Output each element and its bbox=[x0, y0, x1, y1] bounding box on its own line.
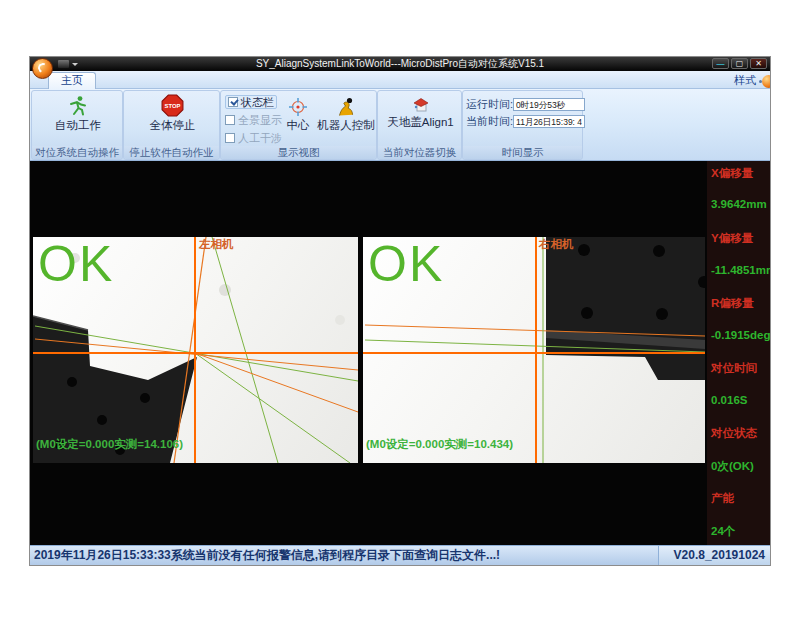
app-orb-button[interactable] bbox=[32, 58, 53, 79]
align-state-label: 对位状态 bbox=[711, 426, 757, 441]
group-label-view: 显示视图 bbox=[221, 146, 376, 159]
title-bar: SY_AliagnSystemLinkToWorld---MicroDistPr… bbox=[30, 57, 770, 71]
robot-control-button[interactable]: 机器人控制 bbox=[315, 97, 377, 133]
robot-icon bbox=[336, 97, 356, 117]
group-time-display: 运行时间: 0时19分53秒 当前时间: 11月26日15:39: 4 时间显示 bbox=[462, 90, 583, 160]
checkbox-panorama[interactable]: 全景显示 bbox=[225, 113, 282, 127]
yield-label: 产能 bbox=[711, 491, 734, 506]
group-label-aligner: 当前对位器切换 bbox=[378, 146, 461, 159]
runner-icon bbox=[67, 95, 89, 117]
corner-orb-icon bbox=[762, 75, 770, 88]
group-stop: STOP 全体停止 停止软件自动作业 bbox=[123, 90, 220, 160]
ribbon-tab-row: 主页 样式 bbox=[30, 71, 770, 89]
stop-all-button[interactable]: STOP 全体停止 bbox=[136, 94, 209, 133]
readout-line: (M0设定=0.000实测=14.106) bbox=[36, 438, 223, 451]
app-window: SY_AliagnSystemLinkToWorld---MicroDistPr… bbox=[30, 57, 770, 565]
r-offset-label: R偏移量 bbox=[711, 296, 754, 311]
offset-sidebar: X偏移量 3.9642mm Y偏移量 -11.4851mm R偏移量 -0.19… bbox=[707, 161, 770, 545]
x-offset-label: X偏移量 bbox=[711, 166, 753, 181]
left-camera-readout: (M0设定=0.000实测=14.106) (AbsPos X=0.000 Y=… bbox=[36, 413, 223, 463]
group-display-view: 状态栏 全景显示 人工干涉 bbox=[220, 90, 377, 160]
version-label: V20.8_20191024 bbox=[658, 546, 770, 565]
group-auto-operation: 自动工作 对位系统自动操作 bbox=[31, 90, 123, 160]
right-ok-status: OK bbox=[368, 237, 444, 293]
right-camera-view: OK 右相机 (M0设定=0.000实测=10.434) (O X=1289.2… bbox=[363, 237, 705, 463]
checkbox-unchecked-icon[interactable] bbox=[225, 133, 235, 143]
yield-value: 24个 bbox=[711, 524, 735, 539]
align-time-label: 对位时间 bbox=[711, 361, 757, 376]
ribbon: 自动工作 对位系统自动操作 STOP 全体停止 停止软件自动作业 bbox=[30, 89, 770, 161]
readout-line: (M0设定=0.000实测=10.434) bbox=[366, 438, 516, 451]
checkbox-unchecked-icon[interactable] bbox=[225, 115, 235, 125]
svg-text:STOP: STOP bbox=[165, 103, 181, 109]
r-offset-value: -0.1915deg bbox=[711, 329, 770, 341]
auto-work-button[interactable]: 自动工作 bbox=[41, 95, 115, 133]
align-state-value: 0次(OK) bbox=[711, 459, 754, 474]
stop-all-label: 全体停止 bbox=[150, 118, 196, 133]
current-time-field[interactable]: 11月26日15:39: 4 bbox=[513, 115, 585, 128]
maximize-button[interactable]: ▢ bbox=[731, 58, 748, 69]
status-message: 2019年11月26日15:33:33系统当前没有任何报警信息,请到程序目录下面… bbox=[34, 546, 500, 565]
group-label-stop: 停止软件自动作业 bbox=[124, 146, 219, 159]
minimize-button[interactable]: — bbox=[712, 58, 729, 69]
run-time-field[interactable]: 0时19分53秒 bbox=[513, 98, 585, 111]
aligner-label: 天地盖Align1 bbox=[387, 115, 453, 130]
checkbox-checked-icon[interactable] bbox=[228, 97, 238, 107]
window-title: SY_AliagnSystemLinkToWorld---MicroDistPr… bbox=[30, 57, 770, 71]
status-bar: 2019年11月26日15:33:33系统当前没有任何报警信息,请到程序目录下面… bbox=[30, 545, 770, 565]
left-camera-view: OK 左相机 (M0设定=0.000实测=14.106) (AbsPos X=0… bbox=[33, 237, 358, 463]
aligner-box-icon bbox=[412, 96, 430, 114]
robot-control-label: 机器人控制 bbox=[317, 118, 375, 133]
right-camera-label: 右相机 bbox=[539, 237, 574, 252]
center-label: 中心 bbox=[287, 118, 310, 133]
checkbox-manual-intervene[interactable]: 人工干涉 bbox=[225, 131, 282, 145]
current-time-label: 当前时间: bbox=[466, 114, 513, 129]
desktop: SY_AliagnSystemLinkToWorld---MicroDistPr… bbox=[0, 0, 800, 625]
stop-icon: STOP bbox=[161, 94, 184, 117]
style-menu[interactable]: 样式 bbox=[734, 73, 756, 88]
orb-swirl-icon bbox=[37, 62, 50, 75]
auto-work-label: 自动工作 bbox=[55, 118, 101, 133]
group-aligner-switch: 天地盖Align1 当前对位器切换 bbox=[377, 90, 462, 160]
tab-home[interactable]: 主页 bbox=[48, 72, 96, 89]
group-label-auto: 对位系统自动操作 bbox=[32, 146, 122, 159]
run-time-label: 运行时间: bbox=[466, 97, 513, 112]
right-camera-readout: (M0设定=0.000实测=10.434) (O X=1289.2 Y=765.… bbox=[366, 413, 516, 463]
crosshair-icon bbox=[288, 97, 308, 117]
checkbox-status-bar[interactable]: 状态栏 bbox=[225, 95, 277, 109]
left-camera-label: 左相机 bbox=[199, 237, 234, 252]
window-controls: — ▢ ✕ bbox=[712, 58, 767, 69]
aligner-button[interactable]: 天地盖Align1 bbox=[381, 96, 460, 130]
y-offset-value: -11.4851mm bbox=[711, 264, 770, 276]
x-offset-value: 3.9642mm bbox=[711, 198, 767, 210]
y-offset-label: Y偏移量 bbox=[711, 231, 753, 246]
group-label-time: 时间显示 bbox=[463, 146, 582, 159]
main-view: OK 左相机 (M0设定=0.000实测=14.106) (AbsPos X=0… bbox=[30, 161, 770, 545]
align-time-value: 0.016S bbox=[711, 394, 747, 406]
left-ok-status: OK bbox=[38, 237, 114, 293]
close-button[interactable]: ✕ bbox=[750, 58, 767, 69]
right-part-silhouette bbox=[546, 237, 705, 380]
center-button[interactable]: 中心 bbox=[281, 97, 315, 133]
